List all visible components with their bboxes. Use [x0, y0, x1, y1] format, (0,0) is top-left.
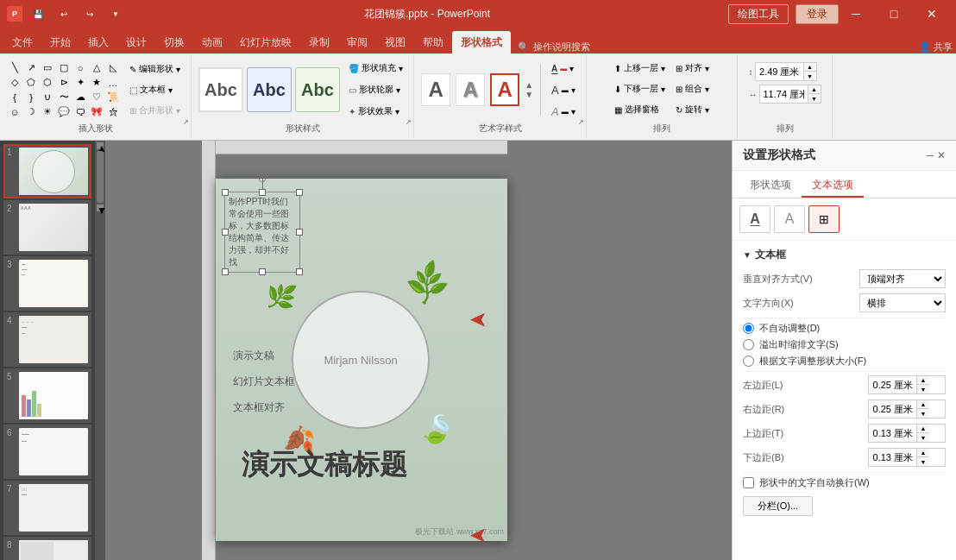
bottom-margin-down[interactable]: ▼ — [917, 457, 929, 466]
handle-mr[interactable] — [296, 229, 303, 236]
bring-forward-btn[interactable]: ⬆ 上移一层 ▾ — [611, 59, 669, 78]
handle-bc[interactable] — [259, 268, 266, 275]
bottom-margin-up[interactable]: ▲ — [917, 449, 929, 457]
radio-no-autofit-input[interactable] — [743, 323, 754, 334]
tab-file[interactable]: 文件 — [3, 31, 41, 53]
shape-scroll[interactable]: 📜 — [105, 91, 121, 104]
slide-preview-8[interactable] — [19, 540, 88, 560]
quick-access-misc[interactable]: ▼ — [105, 4, 126, 23]
align-btn[interactable]: ⊞ 对齐 ▾ — [672, 59, 713, 78]
shape-triangle[interactable]: △ — [89, 61, 104, 75]
height-spin-down[interactable]: ▼ — [804, 72, 816, 80]
right-margin-up[interactable]: ▲ — [917, 400, 929, 409]
radio-overflow-input[interactable] — [743, 339, 754, 350]
vertical-align-select[interactable]: 顶端对齐 居中对齐 底端对齐 — [859, 269, 946, 288]
right-margin-input[interactable] — [869, 400, 916, 418]
top-text-box[interactable]: 制作PPT时我们常会使用一些图标，大多数图标结构简单、传达力强，却并不好找 — [224, 192, 300, 273]
shape-styles-expand[interactable]: ↗ — [406, 118, 412, 126]
tab-view[interactable]: 视图 — [376, 31, 414, 53]
maximize-button[interactable]: □ — [877, 0, 911, 28]
text-direction-select[interactable]: 横排 竖排 — [859, 293, 946, 312]
art-text-shadow[interactable]: A — [456, 73, 485, 106]
text-effect-icon-btn[interactable]: A — [774, 205, 805, 233]
merge-shapes-btn[interactable]: ⊞ 合并形状 ▾ — [126, 101, 184, 120]
slide-title-area[interactable]: 演示文稿标题 — [242, 448, 492, 481]
shape-rtriangle[interactable]: ◺ — [105, 61, 121, 75]
shape-star4[interactable]: ✦ — [72, 76, 88, 90]
shape-ribbon1[interactable]: 🎀 — [89, 105, 104, 119]
quick-access-save[interactable]: 💾 — [28, 4, 48, 23]
slide-thumb-3[interactable]: 3 ━━━━━━━ — [3, 256, 91, 311]
handle-bl[interactable] — [222, 268, 229, 275]
slide-thumb-5[interactable]: 5 — [3, 368, 91, 423]
handle-ml[interactable] — [222, 229, 229, 236]
share-button[interactable]: 👤 共享 — [919, 41, 953, 53]
slide-thumb-4[interactable]: 4 — — —━━━━━ — [3, 312, 91, 367]
columns-button[interactable]: 分栏(O)... — [743, 496, 813, 516]
width-spin-down[interactable]: ▼ — [808, 94, 821, 103]
width-input[interactable] — [760, 85, 808, 103]
shape-diamond[interactable]: ◇ — [7, 76, 22, 90]
slide-preview-4[interactable]: — — —━━━━━ — [19, 316, 88, 363]
close-button[interactable]: ✕ — [915, 0, 949, 28]
shape-curve[interactable]: ∪ — [40, 91, 55, 104]
tab-slideshow[interactable]: 幻灯片放映 — [231, 31, 300, 53]
top-margin-down[interactable]: ▼ — [917, 433, 929, 442]
shape-ribbon2[interactable]: ⛦ — [105, 105, 121, 119]
panel-tab-shape[interactable]: 形状选项 — [739, 174, 802, 198]
slide-preview-1[interactable] — [19, 148, 88, 195]
text-effect-btn[interactable]: A ▬ ▾ — [548, 102, 579, 121]
slide-viewport[interactable]: 制作PPT时我们常会使用一些图标，大多数图标结构简单、传达力强，却并不好找 — [216, 154, 507, 560]
shape-circle[interactable]: ○ — [72, 61, 88, 75]
tab-shape-format[interactable]: 形状格式 — [452, 31, 511, 53]
shape-more[interactable]: … — [105, 76, 121, 90]
text-box-btn[interactable]: ⬚ 文本框 ▾ — [126, 80, 184, 99]
slide-preview-2[interactable]: A A A — [19, 204, 88, 251]
style-abc-1[interactable]: Abc — [198, 67, 243, 112]
shape-wave[interactable]: 〜 — [56, 91, 72, 104]
scroll-thumb[interactable] — [97, 151, 104, 203]
shape-rect[interactable]: ▭ — [40, 61, 55, 75]
slide-thumb-8[interactable]: 8 — [3, 537, 91, 560]
slide-thumb-6[interactable]: 6 ━━━━━ — [3, 425, 91, 479]
slide-thumb-2[interactable]: 2 A A A — [3, 200, 91, 255]
quick-access-redo[interactable]: ↪ — [79, 4, 100, 23]
shape-callout2[interactable]: 🗨 — [72, 105, 88, 119]
select-pane-btn[interactable]: ▦ 选择窗格 — [611, 100, 669, 119]
shape-rounded-rect[interactable]: ▢ — [56, 61, 72, 75]
textbox-collapse-arrow[interactable]: ▼ — [743, 250, 752, 260]
send-backward-btn[interactable]: ⬇ 下移一层 ▾ — [611, 79, 669, 98]
left-margin-up[interactable]: ▲ — [917, 376, 929, 385]
group-btn[interactable]: ⊞ 组合 ▾ — [672, 79, 713, 98]
art-text-box[interactable]: A — [490, 73, 519, 106]
art-style-scroll[interactable]: ▲ ▼ — [525, 80, 533, 99]
slide-thumb-7[interactable]: 7 □□━━ — [3, 481, 91, 535]
style-abc-3[interactable]: Abc — [295, 67, 340, 112]
minimize-button[interactable]: ─ — [839, 0, 873, 28]
slide-preview-6[interactable]: ━━━━━ — [19, 428, 88, 475]
shape-line[interactable]: ╲ — [7, 61, 22, 75]
style-abc-2[interactable]: Abc — [247, 67, 292, 112]
width-spin-up[interactable]: ▲ — [808, 85, 821, 94]
width-input-wrap[interactable]: ▲ ▼ — [759, 85, 821, 104]
tab-record[interactable]: 录制 — [300, 31, 338, 53]
shape-hexagon[interactable]: ⬡ — [40, 76, 55, 90]
shape-effect-btn[interactable]: ✦ 形状效果 ▾ — [345, 102, 406, 121]
top-margin-up[interactable]: ▲ — [917, 425, 929, 433]
shape-callout1[interactable]: 💬 — [56, 105, 72, 119]
handle-tl[interactable] — [222, 189, 229, 196]
slide-preview-7[interactable]: □□━━ — [19, 484, 88, 532]
left-margin-input[interactable] — [869, 376, 916, 393]
height-input[interactable] — [756, 63, 803, 80]
panel-minimize-btn[interactable]: ─ — [926, 149, 934, 161]
canvas-area[interactable]: 制作PPT时我们常会使用一些图标，大多数图标结构简单、传达力强，却并不好找 — [105, 141, 732, 560]
text-fill-icon-btn[interactable]: A — [739, 205, 770, 233]
shape-lbracket[interactable]: { — [7, 91, 22, 104]
bottom-margin-input[interactable] — [869, 449, 916, 466]
tab-insert[interactable]: 插入 — [79, 31, 117, 53]
art-styles-expand[interactable]: ↗ — [578, 118, 584, 126]
slide-preview-3[interactable]: ━━━━━━━ — [19, 260, 88, 307]
height-input-wrap[interactable]: ▲ ▼ — [755, 62, 817, 81]
tab-animation[interactable]: 动画 — [193, 31, 231, 53]
panel-tab-text[interactable]: 文本选项 — [802, 174, 864, 198]
